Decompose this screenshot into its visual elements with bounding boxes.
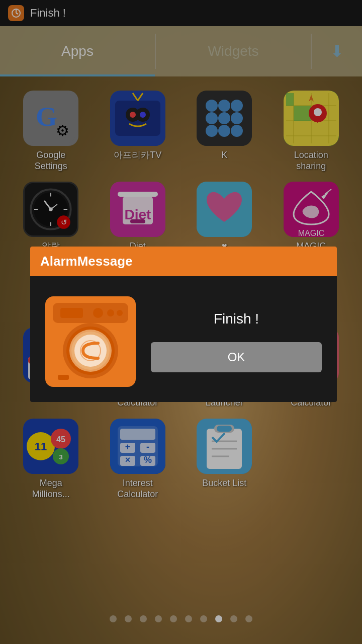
dialog-title-bar: AlarmMessage — [30, 247, 337, 276]
dialog-title: AlarmMessage — [40, 254, 133, 269]
dialog-message: Finish ! — [214, 311, 259, 327]
dialog-body: Finish ! OK — [30, 276, 337, 402]
svg-point-121 — [107, 309, 114, 316]
dialog-ok-button[interactable]: OK — [151, 342, 322, 372]
svg-point-122 — [117, 310, 123, 316]
svg-rect-129 — [58, 375, 69, 380]
washing-machine-icon — [45, 296, 136, 387]
svg-rect-119 — [60, 308, 83, 318]
dialog-overlay: AlarmMessage — [0, 0, 362, 644]
dialog-right: Finish ! OK — [151, 311, 322, 372]
svg-point-127 — [74, 335, 107, 367]
svg-point-120 — [93, 308, 103, 318]
dialog-box: AlarmMessage — [30, 247, 337, 402]
